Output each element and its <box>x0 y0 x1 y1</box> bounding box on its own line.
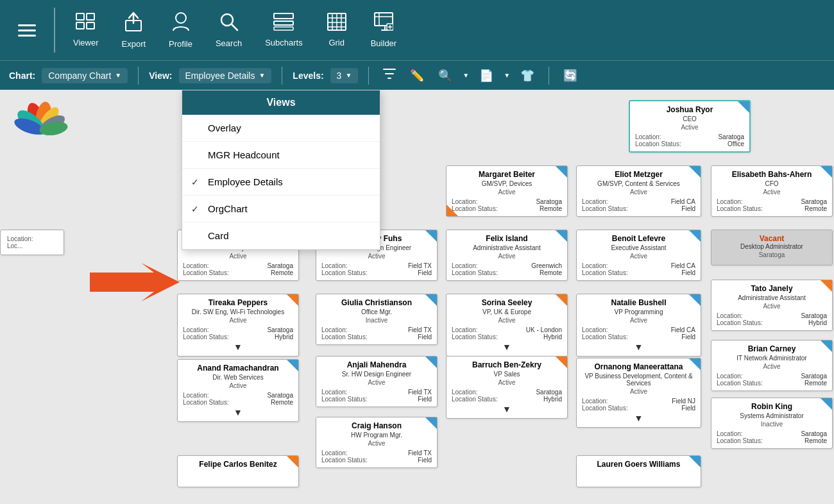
card-eliot[interactable]: Eliot Metzger GM/SVP, Content & Services… <box>576 165 701 217</box>
arrow-indicator <box>90 263 180 301</box>
zoom-icon[interactable]: 🔍 <box>434 66 456 85</box>
card-robin[interactable]: Robin King Systems Administrator Inactiv… <box>711 398 833 449</box>
chart-dropdown-arrow: ▼ <box>115 72 121 79</box>
edit-icon[interactable]: ✏️ <box>406 66 428 85</box>
card-barruch[interactable]: Barruch Ben-Zekry VP Sales Active Locati… <box>446 356 568 419</box>
ceo-status: Active <box>635 124 744 131</box>
vacant-label: Vacant <box>717 234 827 243</box>
view-dropdown-arrow: ▼ <box>259 72 265 79</box>
natalie-expand[interactable]: ▼ <box>582 342 695 352</box>
chart-label: Chart: <box>9 71 35 81</box>
card-anjali[interactable]: Anjali Mahendra Sr. HW Design Engineer A… <box>316 356 438 407</box>
grid-icon <box>327 13 346 34</box>
bar-sep-1 <box>138 67 139 85</box>
tireaka-expand[interactable]: ▼ <box>183 342 293 352</box>
refresh-icon[interactable]: 🔄 <box>559 66 581 85</box>
views-item-orgchart[interactable]: ✓ OrgChart <box>182 196 380 223</box>
toolbar-viewer[interactable]: Viewer <box>62 8 110 53</box>
card-tireaka[interactable]: Tireaka Peppers Dir. SW Eng, Wi-Fi Techn… <box>177 294 299 357</box>
card-sorina[interactable]: Sorina Seeley VP, UK & Europe Active Loc… <box>446 294 568 357</box>
check-orgchart: ✓ <box>191 204 199 214</box>
views-item-employee-details[interactable]: ✓ Employee Details <box>182 169 380 196</box>
main-content: Views Overlay MGR Headcount ✓ Employee D… <box>0 90 834 504</box>
filter-icon[interactable] <box>379 65 400 85</box>
anand-expand[interactable]: ▼ <box>183 407 293 417</box>
levels-selector[interactable]: 3 ▼ <box>330 68 359 83</box>
chart-bar: Chart: Company Chart ▼ View: Employee De… <box>0 60 834 90</box>
card-ceo[interactable]: Joshua Ryor CEO Active Location:Saratoga… <box>629 100 751 153</box>
shirt-icon[interactable]: 👕 <box>516 66 538 85</box>
card-natalie[interactable]: Natalie Bushell VP Programming Active Lo… <box>576 294 701 357</box>
view-name: Employee Details <box>185 71 255 81</box>
view-selector[interactable]: Employee Details ▼ <box>179 68 272 83</box>
card-ornanong[interactable]: Ornanong Maneerattana VP Business Develo… <box>576 358 701 428</box>
card-benoit-lef[interactable]: Benoit Lefevre Executive Assistant Activ… <box>576 230 701 281</box>
view-label: View: <box>149 71 172 81</box>
levels-label: Levels: <box>293 71 323 81</box>
export-label: Export <box>122 39 146 49</box>
svg-line-7 <box>232 24 237 30</box>
views-item-card[interactable]: Card <box>182 223 380 249</box>
card-vacant[interactable]: Vacant Desktop Administrator Saratoga <box>711 230 833 265</box>
card-anand[interactable]: Anand Ramachandran Dir. Web Services Act… <box>177 359 299 422</box>
barruch-expand[interactable]: ▼ <box>452 404 562 414</box>
levels-value: 3 <box>337 71 342 81</box>
toolbar-builder[interactable]: Builder <box>359 7 408 53</box>
grid-label: Grid <box>328 38 345 47</box>
subcharts-icon <box>273 13 294 34</box>
chart-name: Company Chart <box>48 71 111 81</box>
levels-dropdown-arrow: ▼ <box>345 72 352 79</box>
ornanong-expand[interactable]: ▼ <box>582 413 695 423</box>
viewer-icon <box>76 13 96 34</box>
views-item-mgr[interactable]: MGR Headcount <box>182 142 380 169</box>
card-giulia[interactable]: Giulia Christianson Office Mgr. Inactive… <box>316 294 438 345</box>
search-label: Search <box>216 38 242 48</box>
ceo-name: Joshua Ryor <box>635 105 744 114</box>
page-dropdown-arrow: ▼ <box>504 72 510 79</box>
hamburger-menu[interactable] <box>6 19 47 42</box>
toolbar-subcharts[interactable]: Subcharts <box>253 8 314 53</box>
viewer-label: Viewer <box>73 38 99 47</box>
card-craig[interactable]: Craig Hanson HW Program Mgr. Active Loca… <box>316 417 438 468</box>
card-margaret[interactable]: Margaret Beiter GM/SVP, Devices Active L… <box>446 165 568 217</box>
views-dropdown: Views Overlay MGR Headcount ✓ Employee D… <box>182 90 380 250</box>
svg-rect-3 <box>87 22 94 29</box>
svg-rect-9 <box>274 21 293 25</box>
toolbar-search[interactable]: Search <box>204 7 253 53</box>
main-toolbar: Viewer Export Profile Search <box>0 0 834 60</box>
svg-rect-0 <box>76 13 84 20</box>
sorina-expand[interactable]: ▼ <box>452 342 562 352</box>
svg-rect-10 <box>274 27 293 30</box>
svg-rect-1 <box>87 13 94 20</box>
toolbar-divider-1 <box>54 8 55 53</box>
card-elisabeth[interactable]: Elisabeth Bahs-Ahern CFO Active Location… <box>711 165 833 217</box>
bar-sep-2 <box>282 67 282 85</box>
card-partial-left[interactable]: Location:Loc... <box>0 230 64 255</box>
card-felipe[interactable]: Felipe Carlos Benitez <box>177 455 299 487</box>
page-icon[interactable]: 📄 <box>475 66 497 85</box>
card-felix[interactable]: Felix Island Administrative Assistant Ac… <box>446 230 568 281</box>
views-item-overlay[interactable]: Overlay <box>182 115 380 142</box>
export-icon <box>124 12 142 35</box>
views-dropdown-header: Views <box>182 90 380 115</box>
svg-point-5 <box>176 13 186 23</box>
toolbar-grid[interactable]: Grid <box>314 8 359 53</box>
subcharts-label: Subcharts <box>265 38 303 47</box>
bar-sep-4 <box>549 67 549 85</box>
search-icon <box>219 12 239 35</box>
bar-sep-3 <box>368 67 369 85</box>
chart-selector[interactable]: Company Chart ▼ <box>42 68 128 83</box>
logo-area <box>9 99 99 189</box>
card-lauren[interactable]: Lauren Goers Williams <box>576 455 701 487</box>
card-tato[interactable]: Tato Janely Administrative Assistant Act… <box>711 280 833 331</box>
builder-label: Builder <box>371 38 396 48</box>
card-brian[interactable]: Brian Carney IT Network Administrator Ac… <box>711 340 833 391</box>
svg-marker-31 <box>90 263 180 301</box>
zoom-dropdown-arrow: ▼ <box>463 72 469 79</box>
flower-logo <box>9 99 73 163</box>
profile-icon <box>172 12 190 35</box>
svg-rect-8 <box>274 13 293 19</box>
toolbar-profile[interactable]: Profile <box>157 6 204 54</box>
ceo-title: CEO <box>635 115 744 122</box>
toolbar-export[interactable]: Export <box>110 6 158 54</box>
